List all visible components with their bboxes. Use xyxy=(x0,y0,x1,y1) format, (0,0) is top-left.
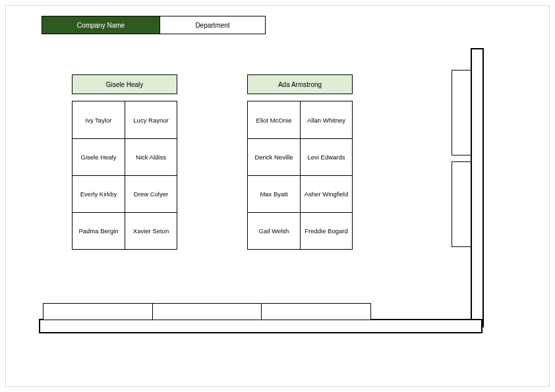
bottom-wall-shape xyxy=(39,319,482,333)
right-wall-shape xyxy=(471,48,484,327)
table-row: Gisele Healy Nick Aldiss xyxy=(73,138,177,175)
seat-cell: Freddie Bogard xyxy=(300,213,352,249)
header-bar: Company Name Department xyxy=(42,16,266,34)
bottom-row xyxy=(43,303,371,320)
bottom-cell xyxy=(43,303,153,320)
seat-cell: Gail Welsh xyxy=(248,213,300,249)
seat-cell: Nick Aldiss xyxy=(125,139,177,175)
seat-cell: Eliot McOnie xyxy=(248,101,300,138)
table-row: Derick Neville Levi Edwards xyxy=(248,138,352,175)
seat-cell: Padma Bergin xyxy=(73,213,125,249)
table-row: Everly Kirkby Drew Colyer xyxy=(73,175,177,212)
seat-cell: Everly Kirkby xyxy=(73,176,125,212)
table-row: Gail Welsh Freddie Bogard xyxy=(248,212,352,249)
seat-cell: Drew Colyer xyxy=(125,176,177,212)
table-row: Ivy Taylor Lucy Raynor xyxy=(73,101,177,138)
seat-cell: Max Byatt xyxy=(248,176,300,212)
seating-group-1: Gisele Healy Ivy Taylor Lucy Raynor Gise… xyxy=(72,74,177,250)
seat-cell: Lucy Raynor xyxy=(125,101,177,138)
seat-cell: Asher Wingfield xyxy=(300,176,352,212)
side-box-lower xyxy=(452,161,471,247)
table-row: Padma Bergin Xavier Seton xyxy=(73,212,177,249)
group-1-table: Ivy Taylor Lucy Raynor Gisele Healy Nick… xyxy=(72,101,177,250)
seat-cell: Derick Neville xyxy=(248,139,300,175)
seat-cell: Gisele Healy xyxy=(73,139,125,175)
group-2-table: Eliot McOnie Allan Whitney Derick Nevill… xyxy=(247,101,353,250)
table-row: Eliot McOnie Allan Whitney xyxy=(248,101,352,138)
bottom-cell xyxy=(153,303,262,320)
group-1-header: Gisele Healy xyxy=(72,74,177,94)
company-name-box: Company Name xyxy=(42,16,160,34)
seat-cell: Ivy Taylor xyxy=(73,101,125,138)
group-2-header: Ada Armstrong xyxy=(247,74,353,94)
seat-cell: Levi Edwards xyxy=(300,139,352,175)
side-box-upper xyxy=(452,70,471,155)
bottom-cell xyxy=(262,303,371,320)
seat-cell: Allan Whitney xyxy=(300,101,352,138)
seating-group-2: Ada Armstrong Eliot McOnie Allan Whitney… xyxy=(247,74,353,250)
department-box: Department xyxy=(160,16,266,34)
seating-chart-canvas: Company Name Department Gisele Healy Ivy… xyxy=(5,5,550,387)
seat-cell: Xavier Seton xyxy=(125,213,177,249)
table-row: Max Byatt Asher Wingfield xyxy=(248,175,352,212)
